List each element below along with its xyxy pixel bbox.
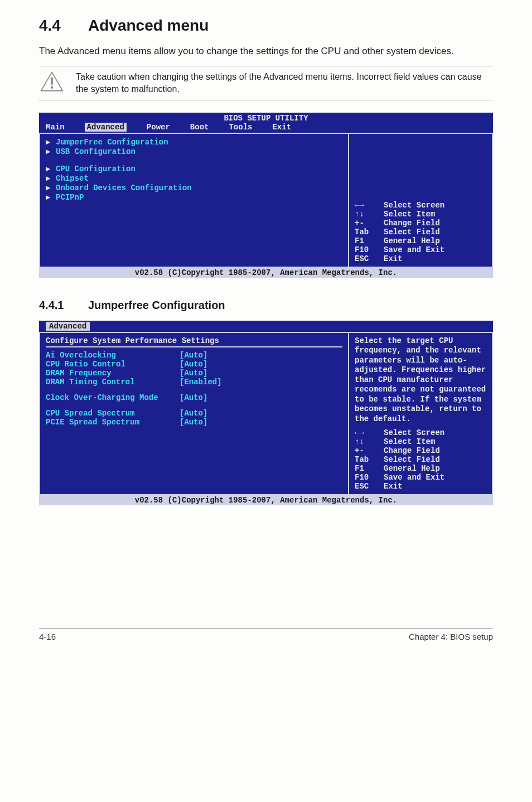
setting-value: [Auto] <box>180 360 207 369</box>
menu-item-cpu[interactable]: ▶CPU Configuration <box>46 164 342 173</box>
bios-panel-advanced: BIOS SETUP UTILITY MainAdvancedPowerBoot… <box>39 113 493 278</box>
key: F10 <box>355 473 379 482</box>
svg-rect-0 <box>51 77 53 85</box>
key-desc: Select Field <box>384 228 440 236</box>
menu-label: PCIPnP <box>56 193 84 202</box>
key-desc: Save and Exit <box>384 473 444 482</box>
svg-point-1 <box>51 86 53 88</box>
bios-tab-advanced[interactable]: Advanced <box>85 123 127 132</box>
setting-label: Ai Overclocking <box>46 351 180 360</box>
bios-tab-exit[interactable]: Exit <box>272 123 291 132</box>
bios-help-pane: Select the target CPU frequency, and the… <box>348 332 493 496</box>
setting-label: CPU Spread Spectrum <box>46 409 180 418</box>
menu-label: USB Configuration <box>56 147 136 156</box>
setting-label: DRAM Timing Control <box>46 378 180 386</box>
setting-label: DRAM Frequency <box>46 369 180 378</box>
key-desc: Select Field <box>384 455 440 464</box>
bios-settings-pane: Configure System Performance Settings Ai… <box>39 332 348 496</box>
menu-label: Onboard Devices Configuration <box>56 183 192 192</box>
setting-cpu-ratio[interactable]: CPU Ratio Control[Auto] <box>46 360 342 369</box>
bios-tabs: MainAdvancedPowerBootToolsExit <box>39 123 493 133</box>
key: ESC <box>355 482 379 491</box>
key-desc: Exit <box>384 254 403 263</box>
help-text: Select the target CPU frequency, and the… <box>355 336 486 424</box>
key: F10 <box>355 245 379 254</box>
bios-tab-main[interactable]: Main <box>46 123 65 132</box>
key-legend: ←→Select Screen ↑↓Select Item +-Change F… <box>355 428 486 491</box>
key: F1 <box>355 464 379 473</box>
key-desc: Select Screen <box>384 428 444 437</box>
key: ESC <box>355 254 379 263</box>
setting-cpu-spread[interactable]: CPU Spread Spectrum[Auto] <box>46 409 342 418</box>
menu-label: Chipset <box>56 174 89 183</box>
bios-tab-tools[interactable]: Tools <box>229 123 252 132</box>
chapter-label: Chapter 4: BIOS setup <box>409 632 493 641</box>
key: ↑↓ <box>355 437 379 446</box>
key: ↑↓ <box>355 210 379 219</box>
bios2-tab: Advanced <box>39 321 493 332</box>
subsection-heading: 4.4.1Jumperfree Configuration <box>39 299 493 312</box>
key: +- <box>355 219 379 228</box>
key-desc: Select Item <box>384 437 435 446</box>
setting-value: [Auto] <box>180 351 207 360</box>
key: ←→ <box>355 201 379 210</box>
key-desc: Exit <box>384 482 403 491</box>
menu-item-jumperfree[interactable]: ▶JumperFree Configuration <box>46 137 342 147</box>
intro-text: The Advanced menu items allow you to cha… <box>39 45 493 58</box>
setting-ai-overclocking[interactable]: Ai Overclocking[Auto] <box>46 351 342 360</box>
section-number: 4.4 <box>39 17 88 35</box>
key-desc: General Help <box>384 236 440 245</box>
setting-dram-timing[interactable]: DRAM Timing Control[Enabled] <box>46 378 342 386</box>
bios-footer: v02.58 (C)Copyright 1985-2007, American … <box>39 268 493 278</box>
setting-label: Clock Over-Charging Mode <box>46 393 180 402</box>
key-desc: General Help <box>384 464 440 473</box>
caution-text: Take caution when changing the settings … <box>76 71 491 95</box>
setting-value: [Auto] <box>180 409 207 418</box>
menu-item-usb[interactable]: ▶USB Configuration <box>46 147 342 156</box>
key: Tab <box>355 228 379 236</box>
key-desc: Select Screen <box>384 201 444 210</box>
menu-item-pcipnp[interactable]: ▶PCIPnP <box>46 192 342 202</box>
setting-pcie-spread[interactable]: PCIE Spread Spectrum[Auto] <box>46 418 342 427</box>
key-desc: Change Field <box>384 219 440 228</box>
caution-icon <box>39 71 65 95</box>
page-number: 4-16 <box>39 632 56 641</box>
bios2-tab-label: Advanced <box>46 322 90 331</box>
setting-value: [Enabled] <box>180 378 222 386</box>
bios-help-pane: ←→Select Screen ↑↓Select Item +-Change F… <box>348 133 493 268</box>
key-desc: Change Field <box>384 446 440 455</box>
key: F1 <box>355 236 379 245</box>
key: +- <box>355 446 379 455</box>
page-footer: 4-16 Chapter 4: BIOS setup <box>39 628 493 641</box>
bios-panel-jumperfree: Advanced Configure System Performance Se… <box>39 321 493 506</box>
bios-tab-boot[interactable]: Boot <box>190 123 209 132</box>
key-legend: ←→Select Screen ↑↓Select Item +-Change F… <box>355 201 486 263</box>
setting-value: [Auto] <box>180 418 207 427</box>
settings-pane-title: Configure System Performance Settings <box>46 336 342 345</box>
bios-title: BIOS SETUP UTILITY <box>39 113 493 123</box>
setting-label: CPU Ratio Control <box>46 360 180 369</box>
key: ←→ <box>355 428 379 437</box>
menu-label: JumperFree Configuration <box>56 138 168 147</box>
setting-clock-over-charging[interactable]: Clock Over-Charging Mode[Auto] <box>46 393 342 402</box>
menu-item-chipset[interactable]: ▶Chipset <box>46 173 342 183</box>
bios-footer: v02.58 (C)Copyright 1985-2007, American … <box>39 495 493 505</box>
section-title: Advanced menu <box>88 17 209 34</box>
caution-box: Take caution when changing the settings … <box>39 66 493 100</box>
key: Tab <box>355 455 379 464</box>
key-desc: Select Item <box>384 210 435 219</box>
setting-value: [Auto] <box>180 369 207 378</box>
subsection-number: 4.4.1 <box>39 299 88 312</box>
setting-label: PCIE Spread Spectrum <box>46 418 180 427</box>
key-desc: Save and Exit <box>384 245 444 254</box>
section-heading: 4.4Advanced menu <box>39 17 493 35</box>
setting-value: [Auto] <box>180 393 207 402</box>
menu-label: CPU Configuration <box>56 165 136 173</box>
bios-menu-pane: ▶JumperFree Configuration ▶USB Configura… <box>39 133 348 268</box>
subsection-title: Jumperfree Configuration <box>88 299 225 311</box>
setting-dram-freq[interactable]: DRAM Frequency[Auto] <box>46 369 342 378</box>
menu-item-onboard[interactable]: ▶Onboard Devices Configuration <box>46 183 342 192</box>
bios-tab-power[interactable]: Power <box>147 123 170 132</box>
